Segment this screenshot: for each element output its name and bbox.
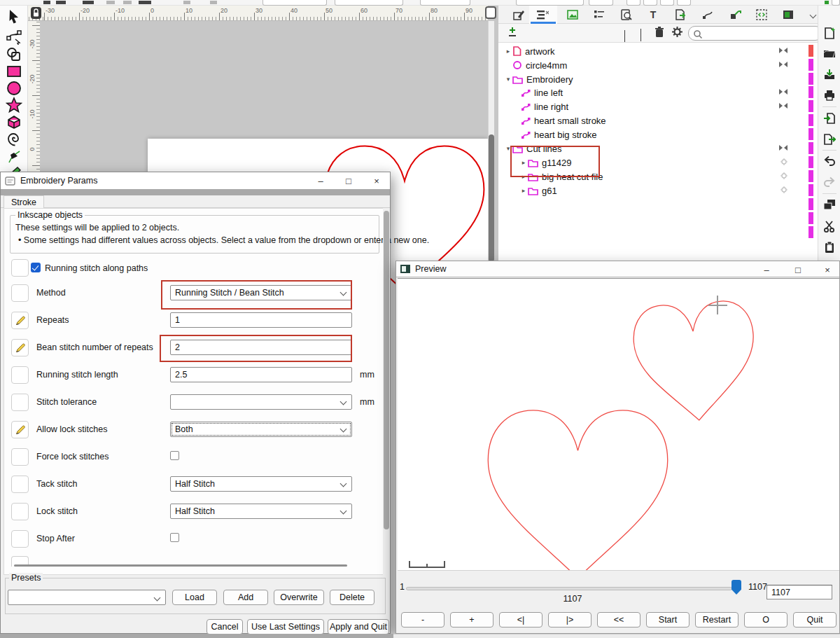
param-toggle-box[interactable]: [11, 259, 29, 277]
lock-stitch-select[interactable]: Half Stitch: [170, 504, 352, 519]
decrement-button[interactable]: -: [401, 612, 444, 627]
dim-gear-icon[interactable]: [780, 172, 788, 180]
dialog-titlebar[interactable]: Embroidery Params – □ ×: [1, 172, 390, 189]
param-toggle-box[interactable]: [11, 394, 29, 411]
trace-icon[interactable]: [729, 8, 741, 21]
tree-row-embroidery[interactable]: ▾ Embroidery: [500, 72, 806, 86]
step-forward-button[interactable]: |>: [548, 612, 592, 627]
redo-icon[interactable]: [823, 176, 836, 189]
jump-commands-icon[interactable]: [778, 46, 788, 55]
stop-after-checkbox[interactable]: [170, 533, 179, 542]
tree-row-circle4mm[interactable]: circle4mm: [500, 58, 806, 72]
lock-guides-icon[interactable]: [31, 7, 41, 19]
maximize-button[interactable]: □: [785, 261, 811, 278]
pencil-icon[interactable]: [11, 421, 29, 438]
start-button[interactable]: Start: [646, 612, 690, 627]
ellipse-tool[interactable]: [6, 80, 22, 97]
export-icon[interactable]: [674, 8, 687, 21]
find-icon[interactable]: [620, 8, 633, 21]
preview-titlebar[interactable]: Preview – □ ×: [396, 261, 839, 277]
add-button[interactable]: Add: [223, 590, 268, 605]
gear-icon[interactable]: [671, 26, 683, 38]
slider-handle[interactable]: [732, 580, 741, 595]
paste-icon[interactable]: [823, 241, 836, 254]
rewind-button[interactable]: <<: [597, 612, 640, 627]
jump-commands-icon[interactable]: [778, 144, 788, 152]
jump-commands-icon[interactable]: [778, 88, 788, 96]
rectangle-tool[interactable]: [6, 63, 22, 80]
text-icon[interactable]: T: [647, 8, 659, 21]
stitch-number-input[interactable]: [766, 585, 832, 599]
tree-row-line-left[interactable]: line left: [500, 85, 806, 99]
duplicate-icon[interactable]: [823, 199, 836, 211]
canvas-scrollbar-thumb[interactable]: [489, 134, 494, 262]
dialog-scrollbar-thumb[interactable]: [384, 211, 389, 529]
stitch-tolerance-select[interactable]: [170, 394, 352, 410]
pen-tool[interactable]: [6, 148, 22, 165]
open-folder-icon[interactable]: [823, 48, 836, 60]
shape-builder-tool[interactable]: [6, 46, 22, 63]
cut-icon[interactable]: [823, 220, 836, 233]
load-button[interactable]: Load: [172, 590, 217, 605]
selector-tool[interactable]: [6, 8, 22, 25]
close-button[interactable]: ×: [363, 172, 390, 189]
tab-stroke[interactable]: Stroke: [4, 195, 44, 208]
param-toggle-box[interactable]: [11, 366, 29, 384]
undo-icon[interactable]: [823, 155, 836, 168]
xml-editor-icon[interactable]: [755, 8, 768, 21]
preview-canvas[interactable]: 11 mm: [398, 278, 839, 570]
o-button[interactable]: O: [744, 612, 788, 627]
trash-icon[interactable]: [654, 26, 665, 39]
param-toggle-box[interactable]: [11, 503, 29, 520]
jump-commands-icon[interactable]: [778, 60, 788, 69]
param-toggle-box[interactable]: [11, 530, 29, 548]
increment-button[interactable]: +: [450, 612, 493, 627]
fill-stroke-icon[interactable]: [512, 8, 525, 21]
restart-button[interactable]: Restart: [695, 612, 738, 627]
align-icon[interactable]: [593, 8, 606, 21]
overwrite-button[interactable]: Overwrite: [274, 590, 324, 605]
quit-button[interactable]: Quit: [793, 612, 836, 627]
star-tool[interactable]: [6, 97, 22, 113]
print-icon[interactable]: [823, 90, 836, 102]
move-up-icon[interactable]: [624, 30, 625, 43]
minimize-button[interactable]: –: [753, 261, 780, 278]
import-icon[interactable]: [823, 112, 836, 125]
maximize-button[interactable]: □: [335, 172, 362, 189]
tree-row-heart-big-stroke[interactable]: heart big stroke: [500, 127, 806, 141]
tree-row-g61[interactable]: ▸ g61: [500, 183, 806, 197]
add-object-icon[interactable]: [507, 26, 518, 39]
swatches-icon[interactable]: [782, 8, 794, 21]
running-stitch-length-input[interactable]: [170, 367, 352, 382]
expander-icon[interactable]: ▸: [504, 48, 512, 55]
repeats-input[interactable]: [170, 312, 352, 328]
tack-stitch-select[interactable]: Half Stitch: [170, 476, 352, 492]
param-toggle-box[interactable]: [11, 476, 29, 493]
image-icon[interactable]: [566, 8, 579, 21]
use-last-settings-button[interactable]: Use Last Settings: [247, 619, 324, 634]
dim-gear-icon[interactable]: [780, 158, 788, 166]
display-mode-icon[interactable]: [485, 6, 496, 19]
move-down-icon[interactable]: [640, 29, 641, 41]
delete-button[interactable]: Delete: [330, 590, 374, 605]
step-back-button[interactable]: <|: [499, 612, 542, 627]
save-icon[interactable]: [823, 69, 836, 81]
tree-row-artwork[interactable]: ▸ artwork: [500, 44, 806, 58]
allow-lock-stitches-select[interactable]: Both: [170, 422, 352, 437]
layers-icon[interactable]: [536, 8, 549, 21]
pencil-icon[interactable]: [11, 339, 29, 356]
export-icon[interactable]: [823, 133, 836, 146]
path-effects-icon[interactable]: [701, 8, 714, 21]
expander-icon[interactable]: ▸: [519, 187, 528, 194]
stitch-slider[interactable]: [406, 587, 732, 590]
tree-row-line-right[interactable]: line right: [500, 99, 806, 113]
expander-icon[interactable]: ▾: [504, 76, 512, 83]
param-toggle-box[interactable]: [11, 284, 29, 302]
spiral-tool[interactable]: [6, 130, 22, 147]
close-button[interactable]: ×: [814, 261, 840, 278]
force-lock-stitches-checkbox[interactable]: [170, 451, 179, 460]
pencil-icon[interactable]: [11, 312, 29, 329]
apply-and-quit-button[interactable]: Apply and Quit: [328, 619, 389, 634]
box3d-tool[interactable]: [6, 113, 22, 130]
dim-gear-icon[interactable]: [780, 186, 788, 194]
